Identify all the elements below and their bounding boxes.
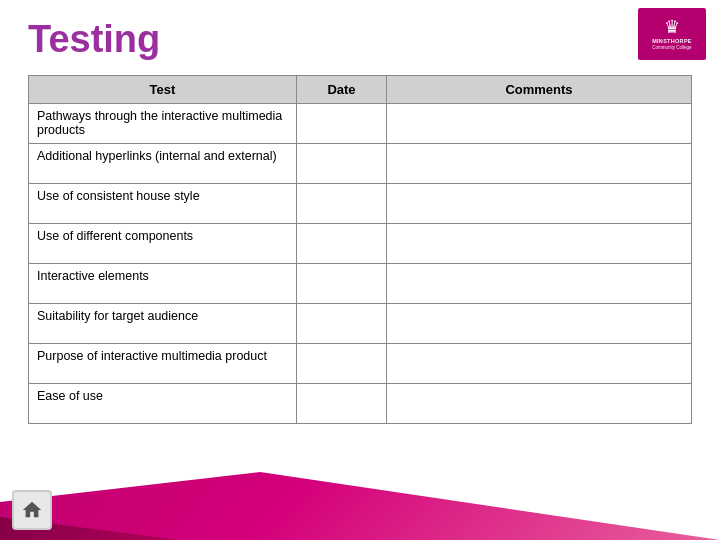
home-icon [21, 499, 43, 521]
test-cell: Pathways through the interactive multime… [29, 104, 297, 144]
page-title: Testing [0, 0, 720, 71]
logo-name: MINSTHORPE [652, 38, 692, 45]
date-cell [297, 304, 387, 344]
test-cell: Purpose of interactive multimedia produc… [29, 344, 297, 384]
table-row: Interactive elements [29, 264, 692, 304]
test-cell: Suitability for target audience [29, 304, 297, 344]
table-row: Use of consistent house style [29, 184, 692, 224]
date-cell [297, 344, 387, 384]
col-header-date: Date [297, 76, 387, 104]
date-cell [297, 184, 387, 224]
table-row: Pathways through the interactive multime… [29, 104, 692, 144]
table-row: Suitability for target audience [29, 304, 692, 344]
col-header-comments: Comments [387, 76, 692, 104]
comments-cell [387, 104, 692, 144]
date-cell [297, 224, 387, 264]
table-row: Additional hyperlinks (internal and exte… [29, 144, 692, 184]
comments-cell [387, 304, 692, 344]
testing-table: Test Date Comments Pathways through the … [28, 75, 692, 424]
date-cell [297, 144, 387, 184]
test-cell: Ease of use [29, 384, 297, 424]
bottom-pink-shape [0, 472, 720, 540]
table-row: Use of different components [29, 224, 692, 264]
test-cell: Additional hyperlinks (internal and exte… [29, 144, 297, 184]
comments-cell [387, 384, 692, 424]
logo: ♛ MINSTHORPE Community College [638, 8, 708, 60]
comments-cell [387, 264, 692, 304]
date-cell [297, 104, 387, 144]
logo-subname: Community College [652, 45, 691, 51]
date-cell [297, 384, 387, 424]
home-button[interactable] [12, 490, 52, 530]
bottom-decoration [0, 472, 720, 540]
test-cell: Interactive elements [29, 264, 297, 304]
col-header-test: Test [29, 76, 297, 104]
comments-cell [387, 184, 692, 224]
test-cell: Use of different components [29, 224, 297, 264]
test-cell: Use of consistent house style [29, 184, 297, 224]
date-cell [297, 264, 387, 304]
comments-cell [387, 224, 692, 264]
table-row: Purpose of interactive multimedia produc… [29, 344, 692, 384]
comments-cell [387, 344, 692, 384]
logo-crown-icon: ♛ [664, 18, 680, 36]
comments-cell [387, 144, 692, 184]
table-row: Ease of use [29, 384, 692, 424]
